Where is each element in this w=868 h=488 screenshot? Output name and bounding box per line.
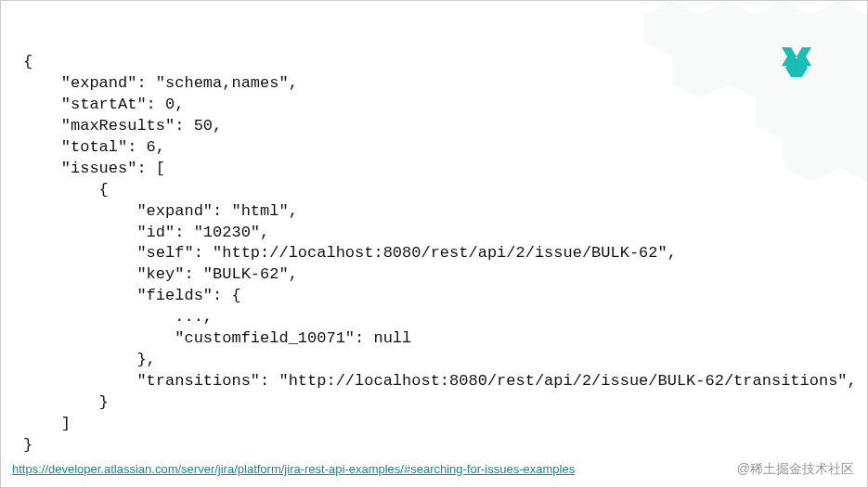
watermark-text: @稀土掘金技术社区 [737,461,854,478]
svg-marker-2 [756,1,811,57]
footer-link-container: https://developer.atlassian.com/server/j… [12,462,575,476]
json-code-block: { "expand": "schema,names", "startAt": 0… [23,52,849,456]
svg-marker-1 [700,1,756,57]
reference-link[interactable]: https://developer.atlassian.com/server/j… [12,462,575,476]
svg-marker-3 [811,1,867,57]
svg-marker-0 [644,1,700,57]
slide-container: { "expand": "schema,names", "startAt": 0… [0,0,868,488]
